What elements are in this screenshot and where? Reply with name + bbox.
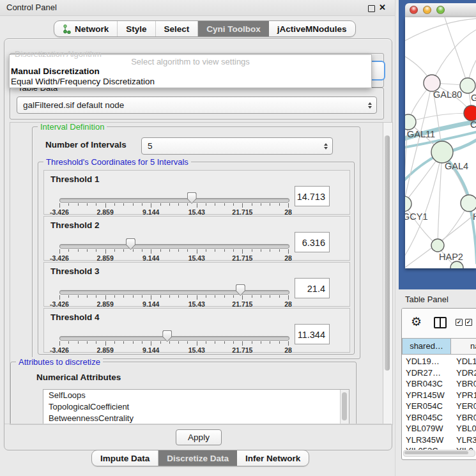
attribute-item[interactable]: BetweennessCentrality — [43, 413, 349, 424]
close-icon[interactable]: ✕ — [379, 3, 386, 12]
table-header: shared… name — [402, 338, 476, 355]
tab-style[interactable]: Style — [117, 21, 155, 36]
slider-track[interactable] — [59, 244, 289, 249]
slider-tick — [187, 203, 188, 206]
column-header-shared-name[interactable]: shared… — [402, 338, 451, 355]
network-node[interactable] — [431, 239, 444, 252]
node-label: GAL4 — [445, 161, 468, 171]
tick-label: 21.715 — [232, 300, 252, 308]
slider-tick — [197, 295, 197, 300]
table-row[interactable]: YBL079WYBL0 — [402, 424, 476, 435]
attributes-list[interactable]: SelfLoopsTopologicalCoefficientBetweenne… — [43, 389, 349, 425]
table-row[interactable]: YDR27…YDR2 — [402, 368, 476, 380]
threshold-value-field[interactable]: 14.713 — [295, 186, 330, 206]
network-node[interactable] — [464, 105, 476, 121]
network-view-window: GAL80GCGAL11GAL4GCY1HHAP2 — [399, 0, 476, 289]
tab-discretize-data[interactable]: Discretize Data — [158, 450, 237, 466]
tab-select[interactable]: Select — [155, 21, 198, 36]
list-scrollbar[interactable] — [340, 390, 349, 425]
slider-tick — [242, 203, 243, 208]
apply-button[interactable]: Apply — [176, 429, 222, 445]
cell-shared-name: YLR345W — [402, 435, 451, 447]
node-label: C — [470, 119, 476, 130]
slider-track[interactable] — [59, 336, 289, 341]
float-window-icon[interactable] — [368, 5, 375, 12]
table-row[interactable]: YBR045CYBR0 — [402, 413, 476, 424]
network-node[interactable] — [461, 195, 476, 211]
threshold-label: Threshold 2 — [50, 220, 100, 230]
network-icon — [63, 24, 71, 34]
tick-label: -3.426 — [50, 346, 69, 354]
slider-tick — [142, 203, 142, 206]
slider-tick — [178, 203, 179, 206]
algorithm-option[interactable]: Equal Width/Frequency Discretization — [10, 77, 371, 87]
attribute-item[interactable]: TopologicalCoefficient — [43, 401, 349, 413]
network-node[interactable] — [405, 114, 416, 130]
tab-label: Select — [164, 24, 190, 34]
network-node[interactable] — [450, 261, 463, 268]
table-row[interactable]: YER054CYER0 — [402, 401, 476, 413]
tab-impute-data[interactable]: Impute Data — [92, 450, 158, 466]
attribute-item[interactable]: SelfLoops — [43, 390, 349, 401]
network-canvas[interactable]: GAL80GCGAL11GAL4GCY1HHAP2 — [405, 17, 476, 268]
select-columns-checkbox-icon[interactable]: ✓ — [465, 319, 472, 326]
table-row[interactable]: YDL19…YDL1 — [402, 357, 476, 368]
slider-tick — [252, 341, 252, 344]
slider-track[interactable] — [59, 290, 289, 295]
slider-tick — [151, 249, 151, 254]
slider-tick — [160, 341, 161, 344]
slider-tick — [160, 249, 161, 252]
tick-label: 28 — [284, 300, 292, 308]
network-node[interactable] — [431, 141, 453, 163]
horizontal-scrollbar-thumb[interactable] — [404, 451, 468, 454]
network-node[interactable] — [405, 196, 411, 211]
cell-name: YDL1 — [451, 357, 476, 368]
slider-tick — [224, 203, 225, 206]
mac-zoom-button[interactable] — [436, 6, 445, 14]
table-row[interactable]: YLR345WYLR3 — [402, 435, 476, 447]
main-scrollbar[interactable] — [383, 122, 393, 425]
slider-tick — [224, 249, 225, 252]
mac-close-button[interactable] — [410, 6, 418, 14]
tick-label: 9.144 — [142, 254, 159, 262]
slider-tick — [178, 341, 179, 344]
network-node[interactable] — [460, 78, 475, 93]
algorithm-dropdown-popup: Select algorithm to view settings Manual… — [9, 54, 372, 88]
slider-tick — [224, 295, 225, 298]
tab-cyni-toolbox[interactable]: Cyni Toolbox — [197, 21, 269, 36]
slider-track[interactable] — [59, 198, 289, 203]
slider-tick — [270, 203, 270, 206]
slider-tick — [114, 203, 115, 206]
threshold-value-field[interactable]: 6.316 — [295, 232, 330, 252]
threshold-value-field[interactable]: 21.4 — [295, 278, 330, 298]
main-scrollbar-thumb[interactable] — [385, 135, 390, 371]
table-row[interactable]: YBR043CYBR0 — [402, 379, 476, 390]
tick-label: 2.859 — [96, 300, 113, 308]
tick-label: 21.715 — [232, 254, 252, 262]
number-of-intervals-combo[interactable]: 5 — [141, 137, 333, 155]
tick-label: -3.426 — [50, 300, 69, 308]
tab-jactivemnodules[interactable]: jActiveMNodules — [269, 21, 355, 36]
table-rows: YDL19…YDL1YDR27…YDR2YBR043CYBR0YPR145WYP… — [402, 357, 476, 457]
table-row[interactable]: YPR145WYPR1 — [402, 390, 476, 402]
gear-icon[interactable]: ⚙ — [411, 315, 422, 329]
list-scrollbar-thumb[interactable] — [342, 392, 347, 420]
tab-infer-network[interactable]: Infer Network — [237, 450, 309, 466]
panel-title: Control Panel — [6, 3, 57, 12]
tick-label: 15.43 — [188, 254, 205, 262]
slider-tick — [206, 295, 206, 298]
split-view-icon[interactable] — [434, 317, 447, 328]
column-header-name[interactable]: name — [451, 338, 476, 355]
table-data-combo[interactable]: galFiltered.sif default node — [17, 96, 377, 114]
tab-network[interactable]: Network — [54, 21, 117, 36]
algorithm-option[interactable]: Manual Discretization — [10, 66, 371, 77]
horizontal-scrollbar[interactable] — [403, 450, 475, 457]
threshold-value-field[interactable]: 11.344 — [295, 324, 330, 344]
cell-shared-name: YPR145W — [402, 390, 451, 402]
select-all-checkbox-icon[interactable]: ✓ — [456, 319, 463, 326]
slider-rail: -3.4262.8599.14415.4321.71528 — [59, 234, 288, 259]
slider-tick — [123, 203, 124, 206]
mac-minimize-button[interactable] — [423, 6, 431, 14]
slider-tick — [178, 295, 179, 298]
tick-label: -3.426 — [50, 254, 69, 262]
